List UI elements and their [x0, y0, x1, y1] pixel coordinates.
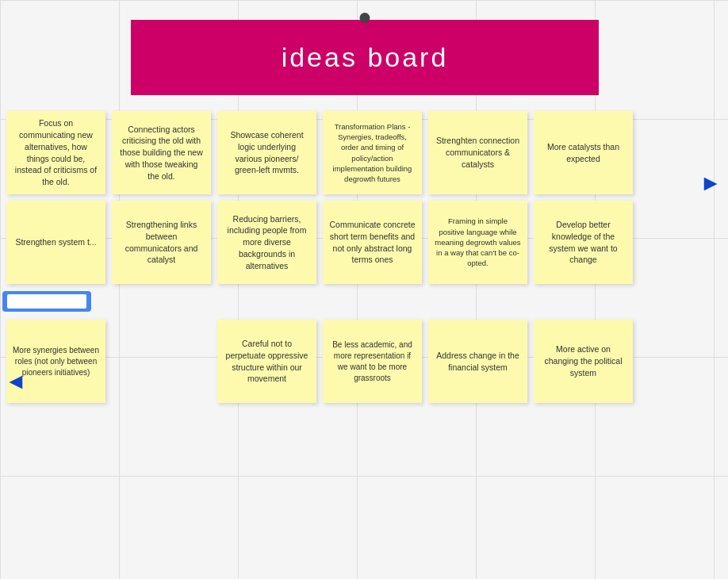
- note-r3c5[interactable]: Address change in the financial system: [428, 320, 527, 403]
- note-r2c1[interactable]: Strengthen system t...: [6, 201, 105, 284]
- note-r2c4[interactable]: Communicate concrete short term benefits…: [323, 201, 422, 284]
- note-r2c7: [639, 201, 728, 284]
- tooltip-input-container[interactable]: [2, 291, 91, 312]
- note-r1c2[interactable]: Connecting actors criticising the old wi…: [112, 111, 211, 194]
- header-title: ideas board: [282, 42, 449, 73]
- nav-arrow-right[interactable]: ►: [699, 171, 722, 196]
- nav-arrow-left[interactable]: ►: [5, 369, 27, 394]
- note-r2c1-wrapper: Strengthen system t...: [6, 201, 105, 284]
- note-r1c4[interactable]: Transformation Plans - Synergies, tradeo…: [323, 111, 422, 194]
- board-area: Focus on communicating new alternatives,…: [0, 111, 728, 403]
- notes-row-3: More synergies between roles (not only b…: [6, 320, 722, 403]
- note-r1c1[interactable]: Focus on communicating new alternatives,…: [6, 111, 105, 194]
- note-r3c2: [112, 320, 211, 403]
- note-r2c2[interactable]: Strengthening links between communicator…: [112, 201, 211, 284]
- notes-row-2: Strengthen system t... Strengthening lin…: [6, 201, 722, 284]
- header-banner: ideas board: [131, 20, 599, 95]
- note-r3c7: [639, 320, 728, 403]
- note-r1c5[interactable]: Strenghten connection communicators & ca…: [428, 111, 527, 194]
- note-r1c6[interactable]: More catalysts than expected: [534, 111, 633, 194]
- note-r1c3[interactable]: Showcase coherent logic underlying vario…: [217, 111, 316, 194]
- note-r3c3[interactable]: Careful not to perpetuate oppressive str…: [217, 320, 316, 403]
- note-r2c5[interactable]: Framing in simple positive language whil…: [428, 201, 527, 284]
- note-r3c6[interactable]: More active on changing the political sy…: [534, 320, 633, 403]
- note-r2c6[interactable]: Develop better knowledge of the system w…: [534, 201, 633, 284]
- header-pin: [360, 13, 370, 23]
- tooltip-text-input[interactable]: [7, 294, 86, 309]
- note-r2c3[interactable]: Reducing barriers, including people from…: [217, 201, 316, 284]
- notes-row-1: Focus on communicating new alternatives,…: [6, 111, 722, 194]
- note-r3c4[interactable]: Be less academic, and more representatio…: [323, 320, 422, 403]
